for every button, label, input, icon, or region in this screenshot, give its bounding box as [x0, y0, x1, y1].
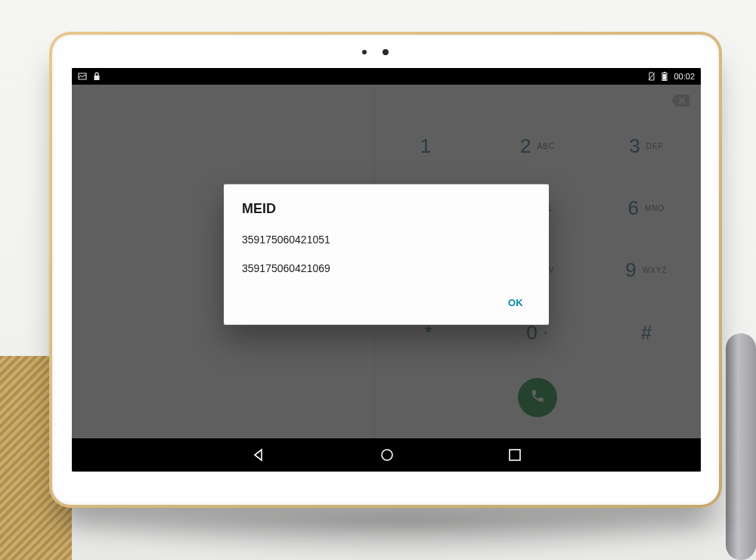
no-sim-icon — [648, 72, 655, 81]
battery-icon — [662, 72, 668, 81]
status-bar: 00:02 — [72, 68, 701, 85]
status-time: 00:02 — [674, 72, 695, 81]
screenshot-icon — [78, 72, 87, 81]
dialog-title: MEID — [242, 201, 531, 217]
svg-rect-4 — [664, 72, 665, 73]
meid-value-1: 359175060421051 — [242, 234, 531, 246]
svg-rect-9 — [510, 450, 520, 460]
lock-icon — [93, 72, 101, 81]
meid-dialog: MEID 359175060421051 359175060421069 OK — [224, 184, 549, 325]
navigation-bar — [72, 438, 701, 472]
screen: 00:02 1 2ABC 3DEF — [72, 68, 701, 472]
front-camera — [383, 49, 389, 55]
home-icon[interactable] — [380, 447, 395, 463]
tablet-bezel: 00:02 1 2ABC 3DEF — [52, 35, 719, 505]
svg-rect-5 — [663, 74, 666, 80]
svg-point-8 — [382, 450, 392, 460]
back-icon[interactable] — [251, 447, 266, 463]
recents-icon[interactable] — [508, 448, 522, 462]
svg-rect-1 — [94, 76, 100, 80]
app-surface: 1 2ABC 3DEF 4GHI 5JKL 6MNO 7PQRS 8TUV — [72, 85, 701, 438]
ok-button[interactable]: OK — [500, 291, 531, 314]
tablet-device: 00:02 1 2ABC 3DEF — [49, 32, 722, 508]
meid-value-2: 359175060421069 — [242, 262, 531, 274]
tablet-shadow — [45, 515, 756, 560]
